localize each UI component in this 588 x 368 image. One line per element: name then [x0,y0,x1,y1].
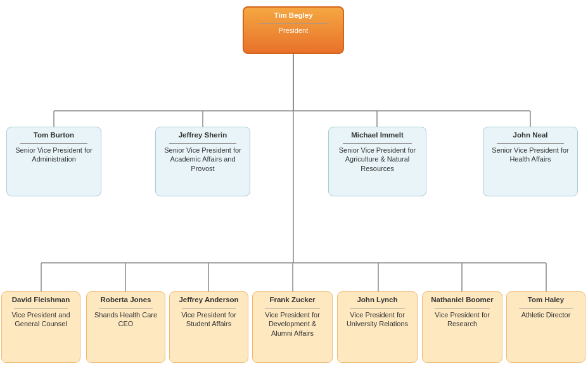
node-l2-nathaniel-boomer: Nathaniel Boomer Vice President for Rese… [422,291,502,363]
node-l2-tom-haley: Tom Haley Athletic Director [506,291,585,363]
l1-1-title: Senior Vice President for Academic Affai… [161,146,245,173]
l2-6-title: Athletic Director [521,310,571,319]
l2-4-title: Vice President for University Relations [343,310,412,329]
l2-2-divider [182,308,236,308]
l2-1-divider [99,308,153,308]
l1-1-name: Jeffrey Sherin [179,131,227,139]
l1-1-divider [169,143,236,144]
root-divider [258,23,329,24]
l2-0-name: David Fleishman [12,296,70,303]
node-l1-jeffrey-sherin: Jeffrey Sherin Senior Vice President for… [155,127,250,196]
l2-3-name: Frank Zucker [269,296,315,303]
l1-3-title: Senior Vice President for Health Affairs [489,146,572,164]
org-chart: Tim Begley President Tom Burton Senior V… [0,0,588,13]
node-l2-jeffrey-anderson: Jeffrey Anderson Vice President for Stud… [169,291,248,363]
l2-1-title: Shands Health Care CEO [92,310,160,329]
node-l2-frank-zucker: Frank Zucker Vice President for Developm… [252,291,333,363]
l1-2-title: Senior Vice President for Agriculture & … [334,146,421,173]
l2-2-name: Jeffrey Anderson [179,296,238,303]
node-l2-david-fleishman: David Fleishman Vice President and Gener… [1,291,80,363]
l1-0-divider [20,143,87,144]
l2-5-title: Vice President for Research [428,310,497,329]
l1-0-name: Tom Burton [34,131,74,139]
l2-6-name: Tom Haley [528,296,564,303]
l1-2-name: Michael Immelt [351,131,403,139]
l2-4-name: John Lynch [357,296,397,303]
l2-0-title: Vice President and General Counsel [7,310,75,329]
l1-3-divider [497,143,564,144]
l2-6-divider [519,308,573,308]
node-l2-john-lynch: John Lynch Vice President for University… [337,291,418,363]
root-title: President [279,26,308,35]
l1-3-name: John Neal [513,131,548,139]
l2-3-title: Vice President for Development & Alumni … [258,310,327,338]
node-root: Tim Begley President [243,6,344,54]
l2-3-divider [265,308,320,308]
l2-4-divider [350,308,405,308]
root-name: Tim Begley [274,11,312,19]
node-l1-michael-immelt: Michael Immelt Senior Vice President for… [328,127,426,196]
l2-1-name: Roberta Jones [101,296,151,303]
l2-2-title: Vice President for Student Affairs [175,310,243,329]
node-l1-john-neal: John Neal Senior Vice President for Heal… [483,127,578,196]
l1-0-title: Senior Vice President for Administration [12,146,96,164]
l2-5-name: Nathaniel Boomer [431,296,493,303]
node-l1-tom-burton: Tom Burton Senior Vice President for Adm… [6,127,101,196]
l1-2-divider [343,143,412,144]
l2-0-divider [14,308,68,308]
node-l2-roberta-jones: Roberta Jones Shands Health Care CEO [86,291,165,363]
l2-5-divider [435,308,490,308]
